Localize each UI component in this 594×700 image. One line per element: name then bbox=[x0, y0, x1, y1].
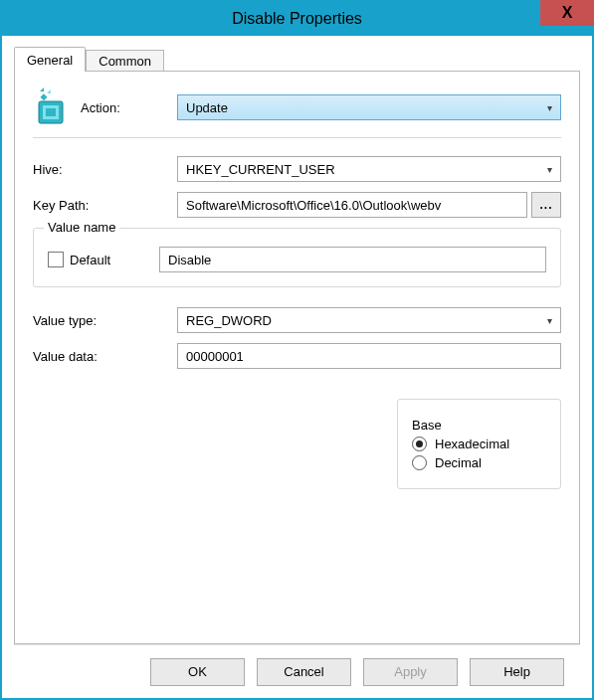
hex-label: Hexadecimal bbox=[435, 437, 509, 451]
help-label: Help bbox=[503, 664, 530, 679]
title-bar: Disable Properties X bbox=[2, 2, 592, 36]
radio-decimal[interactable]: Decimal bbox=[412, 455, 546, 470]
valuename-fieldset: Value name Default Disable bbox=[33, 228, 561, 287]
valuedata-label: Value data: bbox=[33, 349, 177, 364]
valuetype-dropdown[interactable]: REG_DWORD ▾ bbox=[177, 307, 561, 333]
svg-rect-2 bbox=[46, 108, 56, 116]
cancel-button[interactable]: Cancel bbox=[257, 658, 351, 686]
dialog-footer: OK Cancel Apply Help bbox=[14, 644, 580, 698]
hive-label: Hive: bbox=[33, 162, 177, 177]
valuedata-value: 00000001 bbox=[186, 349, 244, 364]
hive-value: HKEY_CURRENT_USER bbox=[186, 162, 335, 177]
action-label: Action: bbox=[81, 100, 177, 115]
action-dropdown[interactable]: Update ▾ bbox=[177, 94, 561, 120]
dialog-body: General Common Acti bbox=[2, 36, 592, 698]
dialog-window: Disable Properties X General Common bbox=[0, 0, 594, 700]
radio-icon bbox=[412, 437, 427, 451]
ok-button[interactable]: OK bbox=[150, 658, 245, 686]
base-legend: Base bbox=[412, 418, 442, 433]
chevron-down-icon: ▾ bbox=[547, 164, 552, 175]
tab-common[interactable]: Common bbox=[86, 50, 164, 72]
valuetype-label: Value type: bbox=[33, 313, 177, 328]
default-checkbox[interactable] bbox=[48, 252, 64, 267]
divider bbox=[33, 137, 561, 138]
default-label: Default bbox=[70, 253, 110, 267]
cancel-label: Cancel bbox=[284, 664, 323, 679]
window-title: Disable Properties bbox=[232, 10, 362, 28]
tab-panel-general: Action: Update ▾ Hive: HKEY_CURRENT_USER… bbox=[14, 71, 580, 644]
close-button[interactable]: X bbox=[540, 0, 594, 26]
chevron-down-icon: ▾ bbox=[547, 102, 552, 113]
hive-dropdown[interactable]: HKEY_CURRENT_USER ▾ bbox=[177, 156, 561, 182]
svg-rect-3 bbox=[40, 93, 47, 100]
tab-general-label: General bbox=[27, 53, 73, 68]
valuename-value: Disable bbox=[168, 253, 211, 267]
radio-icon bbox=[412, 455, 427, 470]
valuename-legend: Value name bbox=[44, 220, 119, 235]
close-icon: X bbox=[562, 4, 573, 22]
valuetype-value: REG_DWORD bbox=[186, 313, 272, 328]
registry-icon bbox=[33, 88, 81, 127]
chevron-down-icon: ▾ bbox=[547, 315, 552, 326]
browse-label: ... bbox=[539, 198, 552, 212]
action-value: Update bbox=[186, 100, 228, 115]
tabs-row: General Common bbox=[14, 46, 580, 72]
browse-button[interactable]: ... bbox=[531, 192, 561, 218]
radio-hexadecimal[interactable]: Hexadecimal bbox=[412, 437, 546, 451]
tab-common-label: Common bbox=[99, 54, 151, 69]
valuename-input[interactable]: Disable bbox=[159, 247, 546, 272]
base-fieldset: Base Hexadecimal Decimal bbox=[397, 399, 561, 489]
keypath-label: Key Path: bbox=[33, 198, 177, 213]
ok-label: OK bbox=[188, 664, 207, 679]
apply-label: Apply bbox=[394, 664, 427, 679]
keypath-value: Software\Microsoft\Office\16.0\Outlook\w… bbox=[186, 198, 441, 213]
dec-label: Decimal bbox=[435, 455, 482, 470]
apply-button[interactable]: Apply bbox=[363, 658, 458, 686]
tab-general[interactable]: General bbox=[14, 47, 86, 72]
help-button[interactable]: Help bbox=[470, 658, 564, 686]
valuedata-input[interactable]: 00000001 bbox=[177, 343, 561, 369]
keypath-input[interactable]: Software\Microsoft\Office\16.0\Outlook\w… bbox=[177, 192, 527, 218]
